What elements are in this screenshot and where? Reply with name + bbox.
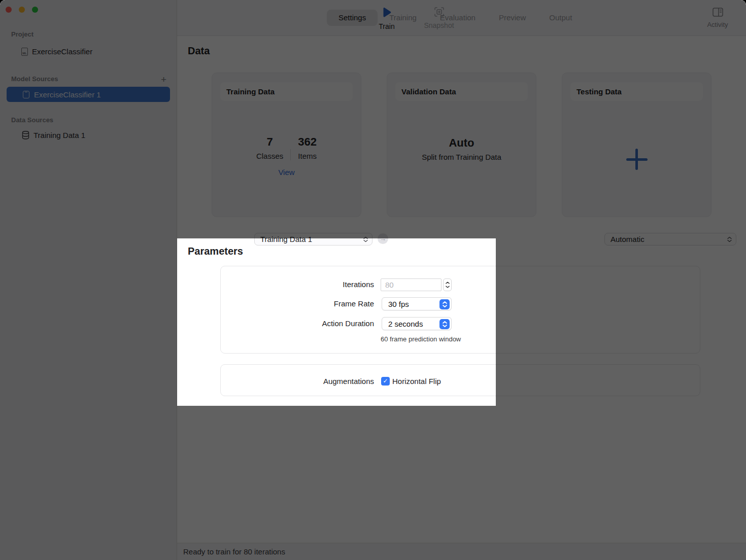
data-sources-section-label: Data Sources (11, 116, 53, 124)
frame-rate-popup[interactable]: 30 fps (382, 297, 452, 310)
sidebar: Project ML ExerciseClassifier Model Sour… (0, 0, 177, 560)
popup-chevron-icon (439, 319, 450, 329)
validation-auto-value: Auto (387, 136, 536, 150)
sidebar-item-project[interactable]: ML ExerciseClassifier (21, 47, 92, 56)
action-duration-label: Action Duration (252, 319, 374, 328)
add-testing-data-icon[interactable] (626, 149, 648, 170)
training-data-card: Training Data 7 Classes 362 Items View T… (212, 73, 361, 217)
frame-rate-label: Frame Rate (252, 299, 374, 308)
classes-caption: Classes (256, 152, 283, 160)
items-caption: Items (298, 152, 317, 160)
minimize-window-icon[interactable] (19, 7, 25, 13)
horizontal-flip-checkbox[interactable]: ✓ (381, 377, 390, 386)
create-ml-window: Project ML ExerciseClassifier Model Sour… (0, 0, 746, 560)
training-data-card-title: Training Data (220, 82, 353, 101)
validation-data-card-title: Validation Data (395, 82, 528, 101)
tab-evaluation[interactable]: Evaluation (428, 10, 487, 26)
chevron-up-down-icon (363, 236, 368, 242)
prediction-window-caption: 60 frame prediction window (381, 335, 461, 343)
status-message: Ready to train for 80 iterations (183, 547, 285, 556)
frame-rate-value: 30 fps (388, 300, 409, 308)
validation-data-card: Validation Data Auto Split from Training… (387, 73, 536, 217)
augmentations-label: Augmentations (252, 377, 374, 386)
activity-button-label: Activity (702, 21, 733, 28)
activity-button[interactable]: Activity (702, 8, 733, 28)
model-sources-section-label: Model Sources (11, 75, 58, 83)
iterations-label: Iterations (252, 280, 374, 289)
tab-settings[interactable]: Settings (327, 10, 378, 26)
sidebar-item-label: ExerciseClassifier (32, 47, 92, 56)
tab-training[interactable]: Training (378, 10, 428, 26)
tab-output[interactable]: Output (537, 10, 584, 26)
classes-count: 7 (256, 136, 283, 148)
action-duration-popup[interactable]: 2 seconds (382, 317, 452, 330)
parameters-section-title: Parameters (188, 246, 243, 257)
view-training-data-link[interactable]: View (212, 168, 361, 177)
training-data-dropdown[interactable]: Training Data 1 (254, 233, 372, 246)
add-model-source-button[interactable]: + (161, 75, 166, 84)
ml-document-icon: ML (21, 48, 28, 56)
project-section-label: Project (11, 30, 33, 38)
iterations-stepper[interactable] (443, 278, 452, 291)
database-icon (22, 131, 29, 139)
validation-data-dropdown[interactable]: Automatic (604, 233, 736, 246)
toolbar: Train Snapshot Settings Training Evaluat… (177, 0, 746, 36)
close-window-icon[interactable] (6, 7, 12, 13)
iterations-value: 80 (385, 281, 394, 289)
items-stat: 362 Items (291, 136, 324, 160)
chevron-up-down-icon (727, 236, 732, 242)
tab-preview[interactable]: Preview (487, 10, 537, 26)
iterations-input[interactable]: 80 (381, 278, 442, 291)
validation-data-dropdown-value: Automatic (611, 235, 645, 243)
activity-panel-icon (713, 8, 723, 17)
status-bar: Ready to train for 80 iterations (177, 543, 746, 560)
testing-data-card-title: Testing Data (570, 82, 703, 101)
tab-strip: Settings Training Evaluation Preview Out… (327, 10, 584, 26)
sidebar-item-data-source[interactable]: Training Data 1 (22, 131, 85, 139)
sidebar-item-label: ExerciseClassifier 1 (34, 90, 101, 99)
stepper-down-icon (446, 286, 450, 288)
open-training-data-arrow-button[interactable]: → (378, 233, 388, 244)
action-duration-value: 2 seconds (388, 320, 423, 328)
sidebar-item-model-source-selected[interactable]: ExerciseClassifier 1 (7, 87, 170, 102)
horizontal-flip-label: Horizontal Flip (392, 377, 441, 386)
data-section-title: Data (188, 45, 210, 57)
training-data-stats: 7 Classes 362 Items (212, 136, 361, 160)
classes-stat: 7 Classes (249, 136, 290, 160)
validation-auto-subtext: Split from Training Data (387, 153, 536, 161)
zoom-window-icon[interactable] (32, 7, 38, 13)
settings-pane: Data Training Data 7 Classes 362 Items V… (177, 36, 746, 543)
items-count: 362 (298, 136, 317, 148)
stepper-up-icon (446, 282, 450, 284)
sidebar-item-label: Training Data 1 (33, 131, 85, 139)
model-box-icon (23, 91, 29, 98)
testing-data-card: Testing Data None (562, 73, 711, 217)
training-data-dropdown-value: Training Data 1 (260, 235, 312, 243)
popup-chevron-icon (439, 299, 450, 309)
